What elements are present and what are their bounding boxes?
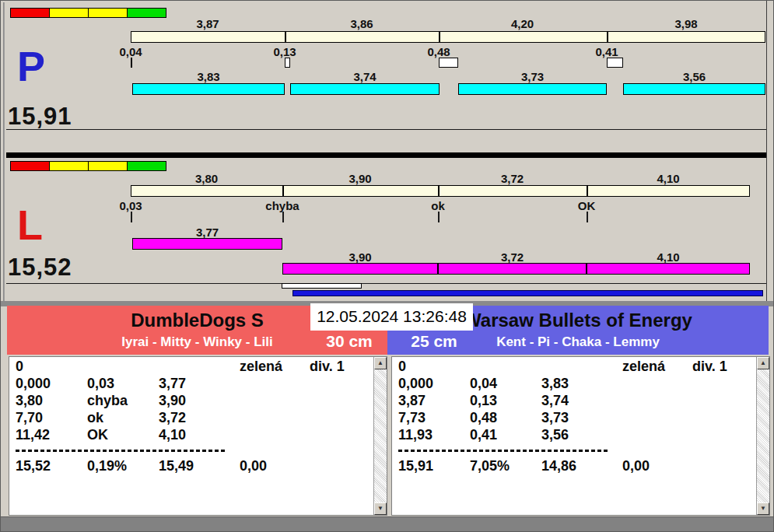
table-changeover: 0,13 (470, 393, 497, 409)
changeover-label: ok (411, 199, 465, 212)
table-dog-time: 4,10 (159, 427, 186, 443)
results-table-right: ▲ ▼ 0zelenádiv. 10,0000,043,833,870,133,… (391, 356, 770, 516)
changeover-label: 0,13 (257, 45, 312, 58)
table-dog-time: 3,90 (159, 393, 186, 409)
jump-height-right: 25 cm (395, 332, 473, 351)
table-changeover: chyba (87, 393, 128, 409)
status-block-3 (127, 161, 166, 171)
dog-time-label: 3,90 (282, 250, 438, 264)
leg-divider (439, 32, 440, 42)
jump-height-left: 30 cm (310, 332, 388, 351)
changeover-tick (131, 212, 132, 222)
dog-time-bar (438, 263, 587, 275)
leg-divider (282, 186, 284, 196)
table-scrollbar[interactable]: ▲ ▼ (756, 357, 769, 515)
status-block-2 (88, 161, 128, 171)
status-footer (1, 516, 774, 532)
dog-time-label: 4,10 (587, 250, 750, 264)
leg-divider (438, 186, 440, 196)
table-separator (398, 450, 610, 452)
status-block-1 (49, 8, 89, 18)
results-table-left: ▲ ▼ 0zelenádiv. 10,0000,033,773,80chyba3… (9, 356, 387, 516)
dog-time-label: 3,73 (458, 70, 607, 83)
dog-time-bar (623, 83, 765, 95)
table-total-time: 15,91 (398, 458, 433, 474)
changeover-box (285, 58, 290, 68)
table-changeover-percent: 7,05% (470, 458, 510, 474)
table-split-time: 7,73 (398, 410, 426, 426)
table-clean-time: 15,49 (159, 458, 194, 474)
status-block-1 (49, 161, 89, 171)
status-block-0 (10, 8, 50, 18)
changeover-label: 0,04 (103, 45, 158, 58)
table-split-time: 11,42 (16, 427, 50, 443)
scroll-down-button[interactable]: ▼ (374, 502, 387, 515)
table-changeover: 0,04 (470, 376, 497, 392)
table-dog-time: 3,56 (541, 427, 569, 443)
table-dog-time: 3,77 (159, 376, 186, 392)
table-penalty: 0,00 (240, 458, 267, 474)
scroll-up-button[interactable]: ▲ (757, 357, 769, 369)
table-changeover: ok (87, 410, 103, 426)
status-block-2 (88, 8, 128, 18)
status-light-blocks (10, 161, 166, 171)
table-changeover: 0,48 (470, 410, 497, 426)
changeover-label: chyba (255, 199, 310, 212)
progress-bar (292, 290, 763, 296)
changeover-label: OK (559, 199, 614, 212)
dog-time-bar (282, 263, 438, 275)
leg-time-label: 3,80 (131, 172, 282, 185)
table-scrollbar[interactable]: ▲ ▼ (373, 357, 387, 515)
dog-time-label: 3,83 (132, 70, 285, 83)
leg-time-bar (131, 31, 765, 43)
table-dog-time: 3,74 (541, 393, 569, 409)
table-split-time: 3,80 (16, 393, 43, 409)
table-changeover: 0,41 (470, 427, 497, 443)
table-status-division: div. 1 (692, 359, 727, 375)
lane-panel-P: P15,913,873,864,203,980,040,130,480,413,… (6, 6, 766, 130)
marker-bar (282, 283, 362, 289)
leg-time-label: 3,87 (131, 17, 285, 30)
table-split-time: 7,70 (16, 410, 43, 426)
table-status-light: zelená (240, 359, 282, 375)
table-penalty: 0,00 (622, 458, 650, 474)
datetime-display: 12.05.2024 13:26:48 (310, 303, 473, 331)
changeover-label: 0,03 (103, 199, 158, 212)
dog-time-bar (290, 83, 440, 95)
window-left-frame (3, 2, 5, 303)
changeover-label: 0,41 (580, 45, 634, 58)
table-dog-time: 3,83 (541, 376, 569, 392)
scroll-down-button[interactable]: ▼ (757, 502, 769, 515)
status-block-0 (10, 161, 50, 171)
leg-time-label: 4,20 (439, 17, 606, 30)
leg-time-label: 3,90 (282, 172, 438, 185)
changeover-tick (587, 212, 588, 222)
dog-time-bar (132, 83, 285, 95)
dog-time-bar (587, 263, 750, 275)
lane-total-time: 15,52 (8, 254, 72, 282)
leg-time-label: 4,10 (587, 172, 750, 185)
table-split-time: 0,000 (16, 376, 51, 392)
leg-time-bar (131, 185, 750, 197)
changeover-box (607, 58, 623, 68)
dog-time-label: 3,74 (290, 70, 440, 83)
changeover-box (439, 58, 458, 68)
changeover-tick (282, 212, 284, 222)
table-dog-time: 3,72 (159, 410, 186, 426)
leg-divider (587, 186, 588, 196)
dog-time-label: 3,72 (438, 250, 587, 264)
table-status-zero: 0 (398, 359, 406, 375)
table-status-light: zelená (622, 359, 665, 375)
leg-divider (285, 32, 286, 42)
table-changeover: 0,03 (87, 376, 114, 392)
lane-panel-L: L15,523,803,903,724,100,03chybaokOK3,773… (6, 159, 766, 284)
table-status-zero: 0 (16, 359, 23, 375)
table-split-time: 0,000 (398, 376, 433, 392)
changeover-tick (438, 212, 440, 222)
table-total-time: 15,52 (16, 458, 51, 474)
scroll-up-button[interactable]: ▲ (374, 357, 387, 369)
window-right-frame (766, 1, 767, 303)
leg-divider (607, 32, 608, 42)
lane-letter-P: P (17, 47, 45, 86)
table-clean-time: 14,86 (541, 458, 576, 474)
